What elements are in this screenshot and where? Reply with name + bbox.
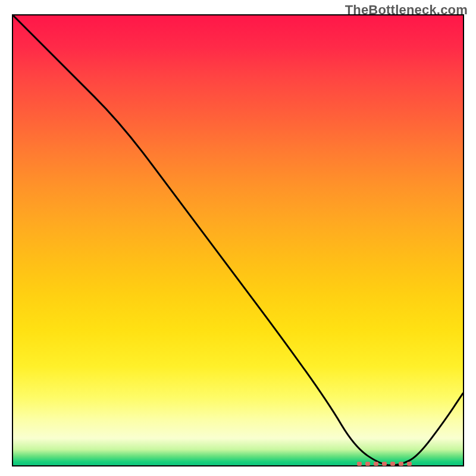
chart-container: TheBottleneck.com [0,0,476,476]
watermark-text: TheBottleneck.com [345,2,468,18]
flat-region-marker [357,462,412,466]
plot-area [12,14,464,466]
line-curve [13,15,463,465]
